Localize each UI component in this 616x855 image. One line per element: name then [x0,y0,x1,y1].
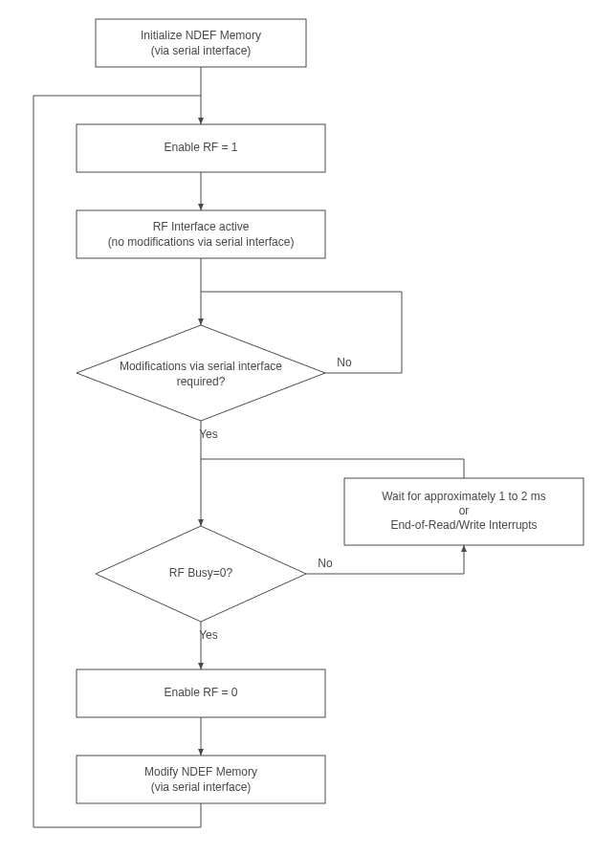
node-rfactive-line1: RF Interface active [153,220,250,233]
flowchart-diagram: Initialize NDEF Memory (via serial inter… [0,0,616,855]
decmod-line2: required? [177,375,226,388]
node-enable-rf-0: Enable RF = 0 [77,669,325,717]
wait-line2: or [459,504,470,517]
svg-rect-0 [96,19,306,67]
decmod-line1: Modifications via serial interface [120,360,282,373]
node-init-line2: (via serial interface) [151,44,252,57]
decbusy-line1: RF Busy=0? [169,566,233,580]
svg-rect-2 [77,210,325,258]
wait-line3: End-of-Read/Write Interrupts [390,518,537,532]
decision-mod-required: Modifications via serial interface requi… [77,325,325,421]
wait-line1: Wait for approximately 1 to 2 ms [382,490,546,503]
decision-rf-busy: RF Busy=0? [96,526,306,622]
modify-line1: Modify NDEF Memory [144,765,257,778]
label-decbusy-yes: Yes [199,628,218,642]
node-enable-rf-1: Enable RF = 1 [77,124,325,172]
node-init-line1: Initialize NDEF Memory [141,29,261,42]
label-decbusy-no: No [318,557,333,570]
node-modify: Modify NDEF Memory (via serial interface… [77,756,325,803]
modify-line2: (via serial interface) [151,780,252,794]
label-decmod-no: No [337,356,352,369]
node-rf-active: RF Interface active (no modifications vi… [77,210,325,258]
label-decmod-yes: Yes [199,428,218,441]
node-rfactive-line2: (no modifications via serial interface) [108,235,295,249]
node-wait: Wait for approximately 1 to 2 ms or End-… [344,478,583,545]
edge-wait-loop [201,459,464,478]
enable0-line1: Enable RF = 0 [164,686,237,699]
node-init: Initialize NDEF Memory (via serial inter… [96,19,306,67]
node-enable1-line1: Enable RF = 1 [164,141,237,154]
svg-rect-7 [77,756,325,803]
